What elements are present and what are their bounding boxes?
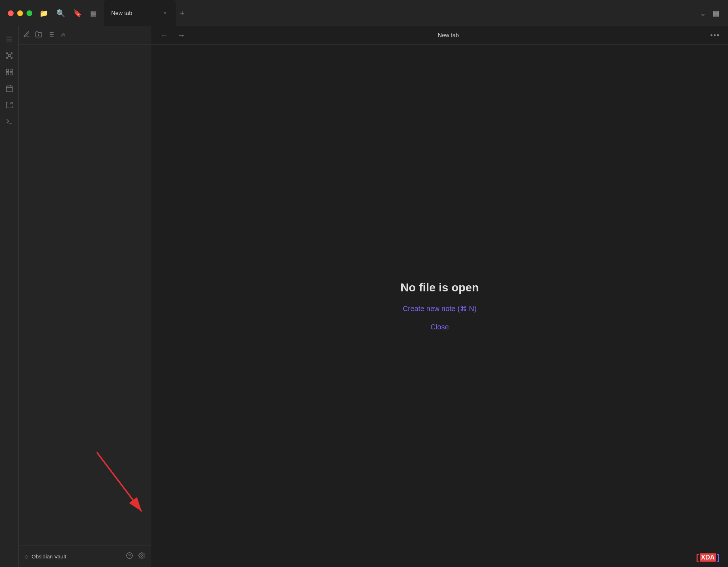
- minimize-button[interactable]: [17, 10, 23, 16]
- forward-button[interactable]: →: [176, 30, 187, 41]
- titlebar-tabs: New tab × +: [104, 0, 700, 26]
- tab-label: New tab: [111, 10, 132, 16]
- bottom-bar-actions: [126, 552, 145, 561]
- svg-point-4: [6, 57, 8, 59]
- titlebar: 📁 🔍 🔖 ▦ New tab × + ⌄ ▦: [0, 0, 728, 26]
- titlebar-left-icons: 📁 🔍 🔖 ▦: [39, 9, 104, 18]
- svg-rect-9: [6, 69, 8, 71]
- search-icon[interactable]: 🔍: [56, 9, 65, 18]
- svg-line-8: [8, 56, 9, 57]
- calendar-sidebar-icon[interactable]: [2, 81, 16, 96]
- svg-point-28: [141, 555, 143, 557]
- new-note-icon[interactable]: [23, 31, 30, 40]
- files-sidebar-icon[interactable]: [2, 32, 16, 46]
- svg-point-3: [11, 57, 12, 59]
- svg-line-5: [8, 54, 9, 55]
- sort-icon[interactable]: [47, 31, 55, 40]
- create-note-link[interactable]: Create new note (⌘ N): [403, 304, 477, 313]
- sidebar: [0, 26, 19, 567]
- new-folder-icon[interactable]: [35, 31, 42, 40]
- close-button[interactable]: [8, 10, 14, 16]
- graph-sidebar-icon[interactable]: [2, 48, 16, 63]
- titlebar-right-controls: ⌄ ▦: [700, 9, 728, 18]
- back-button[interactable]: ←: [159, 30, 170, 41]
- main-content-area: ← → New tab ••• No file is open Create n…: [151, 26, 728, 567]
- no-file-heading: No file is open: [401, 281, 479, 294]
- terminal-sidebar-icon[interactable]: [2, 114, 16, 129]
- tabs-dropdown-icon[interactable]: ⌄: [700, 9, 706, 18]
- tab-close-button[interactable]: ×: [161, 10, 169, 17]
- grid-sidebar-icon[interactable]: [2, 65, 16, 79]
- sidebar-toggle-icon[interactable]: ▦: [90, 9, 97, 18]
- bottom-bar: ◇ Obsidian Vault: [19, 545, 151, 567]
- vault-name-label: Obsidian Vault: [32, 553, 126, 559]
- main-title: New tab: [193, 32, 704, 39]
- svg-rect-13: [6, 86, 12, 92]
- collapse-icon[interactable]: [60, 31, 67, 40]
- pages-sidebar-icon[interactable]: [2, 98, 16, 112]
- window-layout-icon[interactable]: ▦: [713, 9, 719, 18]
- maximize-button[interactable]: [27, 10, 32, 16]
- svg-rect-11: [6, 73, 8, 75]
- svg-point-1: [6, 53, 8, 54]
- xda-logo: [ XDA ]: [696, 553, 719, 562]
- file-explorer-panel: [19, 26, 151, 567]
- traffic-lights: [0, 10, 39, 16]
- help-button[interactable]: [126, 552, 133, 561]
- svg-rect-12: [10, 73, 12, 75]
- xda-text: XDA: [700, 553, 716, 562]
- vault-icon: ◇: [24, 553, 29, 560]
- bookmark-icon[interactable]: 🔖: [73, 9, 82, 18]
- new-tab-button[interactable]: +: [176, 7, 189, 20]
- close-link[interactable]: Close: [430, 323, 449, 331]
- main-empty-state: No file is open Create new note (⌘ N) Cl…: [151, 45, 728, 567]
- svg-rect-10: [10, 69, 12, 71]
- xda-bracket-right: ]: [717, 553, 719, 562]
- svg-point-26: [127, 553, 133, 559]
- main-toolbar: ← → New tab •••: [151, 26, 728, 45]
- svg-line-6: [10, 54, 11, 55]
- svg-point-2: [11, 53, 12, 54]
- xda-bracket-left: [: [696, 553, 699, 562]
- active-tab[interactable]: New tab ×: [104, 0, 176, 26]
- folder-icon[interactable]: 📁: [39, 9, 48, 18]
- settings-button[interactable]: [138, 552, 145, 561]
- more-options-button[interactable]: •••: [709, 30, 721, 41]
- file-panel-header: [19, 26, 151, 45]
- svg-line-7: [10, 56, 11, 57]
